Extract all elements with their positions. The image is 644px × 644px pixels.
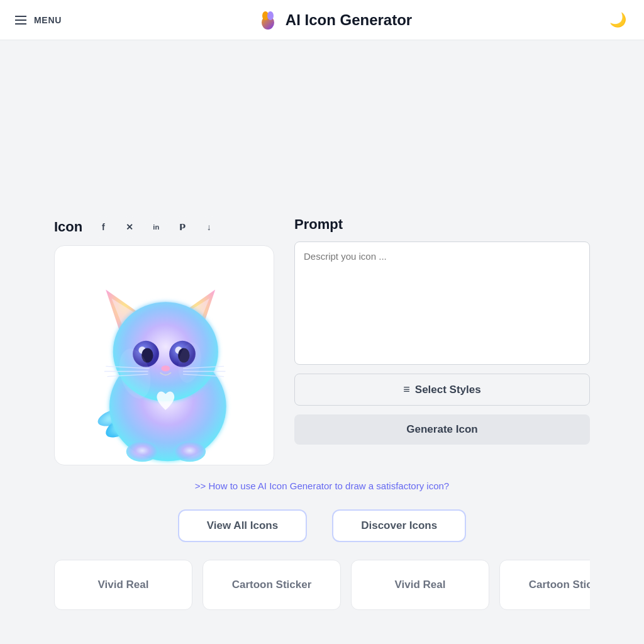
- style-card-label: Vivid Real: [395, 579, 446, 591]
- header: MENU AI Icon Generator 🌙: [0, 0, 644, 40]
- select-styles-label: Select Styles: [415, 384, 481, 396]
- linkedin-share-button[interactable]: in: [145, 216, 167, 238]
- cat-illustration: [55, 246, 274, 465]
- list-icon: ≡: [403, 383, 410, 396]
- dark-mode-button[interactable]: 🌙: [607, 9, 629, 31]
- prompt-textarea[interactable]: [294, 242, 590, 365]
- prompt-label: Prompt: [294, 216, 590, 233]
- svg-point-24: [126, 441, 158, 462]
- svg-point-17: [161, 365, 170, 371]
- svg-point-25: [174, 441, 206, 462]
- how-to-use-link[interactable]: >> How to use AI Icon Generator to draw …: [195, 480, 449, 491]
- icon-panel-header: Icon f ✕ in 𝗣 ↓: [54, 216, 274, 238]
- style-card-cartoon-sticker-2[interactable]: Cartoon Sticker: [499, 560, 590, 610]
- main-content: Icon f ✕ in 𝗣 ↓: [39, 216, 605, 640]
- app-title: AI Icon Generator: [286, 11, 412, 29]
- icon-panel: Icon f ✕ in 𝗣 ↓: [54, 216, 274, 465]
- action-buttons: View All Icons Discover Icons: [54, 509, 590, 542]
- style-card-vivid-real-2[interactable]: Vivid Real: [351, 560, 489, 610]
- pinterest-share-button[interactable]: 𝗣: [172, 216, 193, 238]
- style-card-label: Vivid Real: [98, 579, 149, 591]
- ad-space: [0, 40, 644, 216]
- menu-label: MENU: [34, 15, 62, 25]
- generate-icon-button[interactable]: Generate Icon: [294, 414, 590, 445]
- twitter-share-button[interactable]: ✕: [119, 216, 140, 238]
- hamburger-icon: [15, 16, 26, 25]
- style-card-cartoon-sticker-1[interactable]: Cartoon Sticker: [203, 560, 341, 610]
- how-to-link: >> How to use AI Icon Generator to draw …: [54, 480, 590, 492]
- icon-label: Icon: [54, 219, 82, 235]
- menu-button[interactable]: MENU: [15, 15, 62, 25]
- style-cards: Vivid Real Cartoon Sticker Vivid Real Ca…: [54, 560, 590, 615]
- logo-icon: [257, 9, 279, 31]
- facebook-share-button[interactable]: f: [92, 216, 114, 238]
- download-button[interactable]: ↓: [198, 216, 219, 238]
- icon-preview: [54, 245, 274, 465]
- select-styles-button[interactable]: ≡ Select Styles: [294, 374, 590, 406]
- svg-point-2: [267, 11, 274, 20]
- header-center: AI Icon Generator: [257, 9, 412, 31]
- discover-icons-button[interactable]: Discover Icons: [332, 509, 466, 542]
- generator-section: Icon f ✕ in 𝗣 ↓: [54, 216, 590, 465]
- style-card-label: Cartoon Sticker: [529, 579, 590, 591]
- social-icons: f ✕ in 𝗣 ↓: [92, 216, 219, 238]
- style-card-vivid-real-1[interactable]: Vivid Real: [54, 560, 192, 610]
- view-all-icons-button[interactable]: View All Icons: [178, 509, 307, 542]
- prompt-panel: Prompt ≡ Select Styles Generate Icon: [294, 216, 590, 465]
- style-card-label: Cartoon Sticker: [232, 579, 312, 591]
